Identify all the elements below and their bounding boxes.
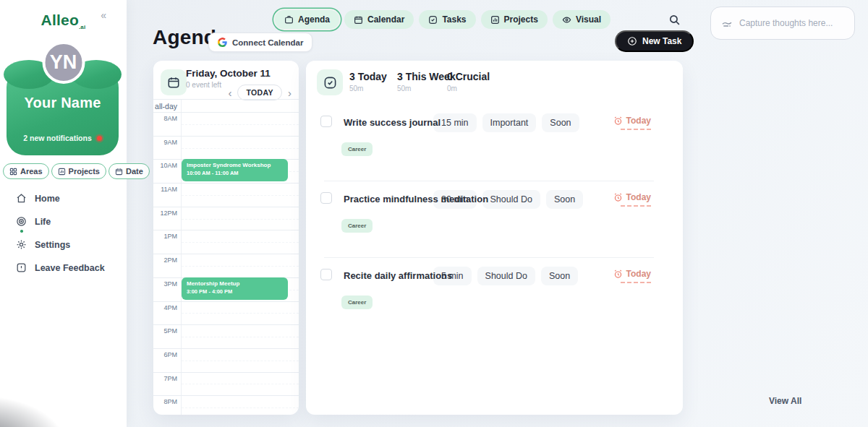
alarm-icon <box>613 116 623 126</box>
calendar-date-title: Friday, October 11 <box>186 68 271 79</box>
task-checkbox[interactable] <box>320 269 332 280</box>
category-tag[interactable]: Career <box>341 219 373 233</box>
task-row: Recite daily affirmations 5 min Should D… <box>306 264 683 337</box>
search-button[interactable] <box>668 14 683 28</box>
sidebar-item-home[interactable]: Home <box>16 192 105 204</box>
urgency-badge[interactable]: Soon <box>542 113 579 132</box>
stat-count: 3 Today <box>349 71 387 82</box>
app-logo: Alleo.ai <box>0 12 127 30</box>
agenda-icon <box>284 15 294 25</box>
hour-label: 2PM <box>153 256 177 264</box>
tasks-badge <box>317 69 343 95</box>
today-button[interactable]: TODAY <box>237 85 282 100</box>
eye-icon <box>562 15 571 25</box>
active-dot <box>20 230 23 233</box>
tab-label: Tasks <box>442 14 466 25</box>
calendar-icon <box>167 76 180 89</box>
hour-label: 5PM <box>153 327 177 335</box>
task-row: Write success journal 15 min Important S… <box>306 111 683 184</box>
capture-input[interactable]: Capture thoughts here... <box>710 7 855 40</box>
search-icon <box>668 14 681 26</box>
hour-row[interactable]: 7PM <box>153 372 299 396</box>
divider <box>324 181 654 181</box>
filter-projects-button[interactable]: Projects <box>51 163 106 179</box>
stat-crucial: 0 Crucial 0m <box>447 71 490 92</box>
new-task-button[interactable]: New Task <box>615 30 694 52</box>
day-grid[interactable]: all-day 8AM 9AM 10AM 11AM 12PM 1PM 2PM 3… <box>153 99 299 415</box>
next-day-icon[interactable]: › <box>288 87 292 98</box>
sidebar-item-life[interactable]: Life <box>16 215 105 228</box>
hour-row[interactable]: 9AM <box>153 136 299 160</box>
logo-text: Alleo <box>41 12 79 28</box>
priority-badge[interactable]: Should Do <box>477 267 535 285</box>
due-date[interactable]: Today <box>613 269 651 279</box>
priority-badge[interactable]: Should Do <box>482 190 540 209</box>
tab-visual[interactable]: Visual <box>553 10 610 29</box>
sidebar: Alleo.ai « YN Your Name 2 new notificati… <box>0 0 127 427</box>
hour-row[interactable]: 12PM <box>153 207 299 230</box>
task-title[interactable]: Recite daily affirmations <box>344 270 452 281</box>
priority-badge[interactable]: Important <box>482 113 537 132</box>
calendar-event[interactable]: Mentorship Meetup 3:00 PM - 4:00 PM <box>182 277 288 300</box>
hour-row[interactable]: 5PM <box>153 324 299 348</box>
due-date[interactable]: Today <box>613 116 651 126</box>
hour-row[interactable]: 1PM <box>153 230 299 254</box>
stat-duration: 50m <box>349 85 387 92</box>
alarm-icon <box>613 193 623 202</box>
due-underline <box>621 282 651 283</box>
filter-label: Areas <box>20 167 43 176</box>
user-name: Your Name <box>7 95 119 111</box>
tab-label: Calendar <box>367 14 404 25</box>
task-checkbox[interactable] <box>320 116 332 127</box>
hour-row[interactable]: 4PM <box>153 301 299 325</box>
new-task-label: New Task <box>642 36 681 46</box>
filter-areas-button[interactable]: Areas <box>3 163 49 179</box>
hour-label: 6PM <box>153 351 177 358</box>
tab-agenda[interactable]: Agenda <box>275 10 339 29</box>
hour-label: 3PM <box>153 280 177 288</box>
view-all-link[interactable]: View All <box>769 396 801 406</box>
tab-projects[interactable]: Projects <box>481 10 548 29</box>
home-icon <box>16 193 27 204</box>
category-tag[interactable]: Career <box>341 296 373 309</box>
hour-row[interactable]: 8AM <box>153 112 299 136</box>
hour-label: 8PM <box>153 398 177 405</box>
due-underline <box>621 129 651 130</box>
hour-row[interactable]: 2PM <box>153 254 299 277</box>
urgency-badge[interactable]: Soon <box>541 267 578 285</box>
hour-row[interactable]: 6PM <box>153 348 299 372</box>
tab-label: Projects <box>504 14 538 25</box>
task-checkbox[interactable] <box>320 192 332 204</box>
calendar-event[interactable]: Imposter Syndrome Workshop 10:00 AM - 11… <box>182 159 288 181</box>
task-title[interactable]: Write success journal <box>344 117 441 128</box>
notifications[interactable]: 2 new notifications <box>7 134 119 142</box>
all-day-row[interactable]: all-day <box>153 99 299 112</box>
avatar[interactable]: YN <box>42 41 85 84</box>
hour-row[interactable]: 11AM <box>153 183 299 207</box>
sidebar-menu: Home Life Settings Leave Feedback <box>16 192 105 274</box>
hour-label: 10AM <box>153 162 177 169</box>
category-tag[interactable]: Career <box>341 142 373 156</box>
filter-date-button[interactable]: Date <box>109 163 150 179</box>
logo-suffix: .ai <box>79 24 86 30</box>
menu-label: Home <box>35 194 60 204</box>
scribble-icon <box>721 17 733 29</box>
due-date[interactable]: Today <box>613 192 651 202</box>
hour-row[interactable]: 8PM <box>153 395 299 415</box>
sidebar-item-feedback[interactable]: Leave Feedback <box>16 262 105 274</box>
tab-calendar[interactable]: Calendar <box>344 10 414 29</box>
sidebar-item-settings[interactable]: Settings <box>16 238 105 251</box>
grid-icon <box>9 168 17 176</box>
stat-duration: 0m <box>447 85 490 92</box>
urgency-badge[interactable]: Soon <box>546 190 583 209</box>
menu-label: Life <box>35 217 51 227</box>
target-icon <box>16 216 27 227</box>
task-title[interactable]: Practice mindfulness meditation <box>344 194 488 204</box>
tasks-panel: 3 Today 50m 3 This Week 50m 0 Crucial 0m… <box>306 61 683 415</box>
tab-tasks[interactable]: Tasks <box>419 10 475 29</box>
sidebar-collapse-icon[interactable]: « <box>101 9 106 21</box>
event-time: 10:00 AM - 11:00 AM <box>187 170 283 176</box>
all-day-label: all-day <box>153 102 177 111</box>
prev-day-icon[interactable]: ‹ <box>228 87 231 98</box>
connect-calendar-button[interactable]: Connect Calendar <box>208 33 312 52</box>
